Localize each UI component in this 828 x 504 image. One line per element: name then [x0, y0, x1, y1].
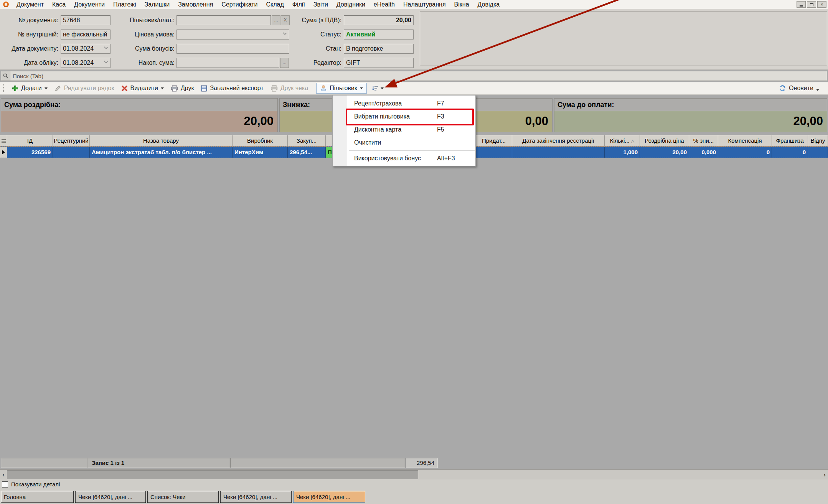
menubar-item-document[interactable]: Документ	[12, 0, 48, 9]
payable-sum-value: 20,00	[554, 111, 827, 132]
menubar-item-reports[interactable]: Звіти	[309, 0, 332, 9]
menu-item-recipe-insurance[interactable]: Рецепт/страхова F7	[333, 97, 475, 110]
col-header-reg-end-date[interactable]: Дата закінчення реєстрації	[512, 135, 605, 147]
menubar-item-kasa[interactable]: Каса	[48, 0, 70, 9]
cell-franchise: 0	[772, 147, 808, 158]
menubar-item-documents[interactable]: Документи	[70, 0, 109, 9]
sort-mode-button[interactable]	[368, 83, 387, 94]
menubar-item-branches[interactable]: Філії	[288, 0, 309, 9]
col-header-prescription[interactable]: Рецептурний	[53, 135, 90, 147]
col-header-manufacturer[interactable]: Виробник	[233, 135, 288, 147]
internal-number-label: № внутрішній:	[0, 30, 58, 40]
menubar-item-warehouse[interactable]: Склад	[262, 0, 288, 9]
menu-item-clear[interactable]: Очистити	[333, 136, 475, 149]
doc-number-label: № документа:	[0, 15, 58, 25]
beneficiary-lookup-button[interactable]: ...	[272, 15, 280, 25]
cell-qty: 1,000	[605, 147, 640, 158]
col-header-franchise[interactable]: Франшиза	[772, 135, 808, 147]
doc-date-field[interactable]: 01.08.2024	[61, 44, 111, 54]
tab-label: Головна	[4, 494, 26, 500]
tab-cheques-1[interactable]: Чеки [64620], дані ...	[75, 491, 146, 503]
internal-number-field[interactable]: не фискальный	[61, 30, 111, 40]
chevron-down-icon	[360, 87, 363, 89]
col-header-validity[interactable]: Придат...	[476, 135, 512, 147]
col-header-compensation[interactable]: Компенсація	[718, 135, 772, 147]
col-header-discount-pct[interactable]: % зни...	[689, 135, 718, 147]
show-details-checkbox[interactable]	[2, 481, 8, 488]
tab-label: Список: Чеки	[150, 494, 186, 500]
menubar-item-ehealth[interactable]: eHealth	[369, 0, 399, 9]
export-button-label: Загальний експорт	[210, 85, 263, 92]
row-indicator-header[interactable]	[0, 135, 7, 147]
scroll-right-arrow[interactable]: ›	[821, 470, 828, 479]
print-receipt-button[interactable]: Друк чека	[267, 83, 312, 94]
edit-row-button-label: Редагувати рядок	[64, 85, 114, 92]
cell-compensation: 0	[718, 147, 772, 158]
document-header-form: № документа: 57648 Пільговик/плат.: ... …	[0, 9, 828, 70]
export-button[interactable]: Загальний експорт	[197, 83, 267, 94]
purchase-sum-total: 296,54	[406, 458, 438, 468]
menubar-item-directories[interactable]: Довідники	[332, 0, 369, 9]
tab-cheques-2[interactable]: Чеки [64620], дані ...	[220, 491, 292, 503]
tab-main[interactable]: Головна	[1, 491, 74, 503]
account-date-field[interactable]: 01.08.2024	[61, 58, 111, 68]
menubar-item-orders[interactable]: Замовлення	[174, 0, 217, 9]
doc-number-field[interactable]: 57648	[61, 15, 111, 25]
beneficiary-button-label: Пільговик	[330, 85, 357, 92]
scrollbar-thumb[interactable]	[7, 470, 418, 479]
menubar-item-help[interactable]: Довідка	[473, 0, 504, 9]
window-tabs: Головна Чеки [64620], дані ... Список: Ч…	[0, 491, 828, 503]
menu-item-use-bonus[interactable]: Використовувати бонус Alt+F3	[333, 152, 475, 165]
menubar-item-windows[interactable]: Вікна	[450, 0, 473, 9]
beneficiary-button[interactable]: Пільговик	[316, 83, 367, 94]
menu-item-shortcut: Alt+F3	[437, 155, 455, 162]
menubar-item-settings[interactable]: Налаштування	[399, 0, 450, 9]
horizontal-scrollbar[interactable]: ‹ ›	[0, 469, 828, 479]
doc-date-label: Дата документу:	[0, 44, 58, 54]
search-input[interactable]	[10, 71, 827, 81]
col-header-dispensed[interactable]: Відпу	[808, 135, 828, 147]
print-button[interactable]: Друк	[167, 83, 198, 94]
add-button[interactable]: Додати	[8, 83, 51, 94]
col-header-qty-label: Кількі...	[610, 135, 630, 146]
chevron-down-icon	[381, 87, 384, 89]
col-header-purchase[interactable]: Закуп...	[288, 135, 326, 147]
price-condition-select[interactable]	[176, 30, 289, 40]
cell-manufacturer: ИнтерХим	[233, 147, 288, 158]
state-field: В подготовке	[344, 44, 414, 54]
col-header-product[interactable]: Назва товару	[90, 135, 233, 147]
refresh-button[interactable]: Оновити	[775, 83, 823, 94]
col-header-id[interactable]: ІД	[7, 135, 53, 147]
col-header-retail-price[interactable]: Роздрібна ціна	[640, 135, 689, 147]
beneficiary-payer-label: Пільговик/плат.:	[111, 15, 175, 25]
menu-item-label: Дисконтна карта	[354, 126, 401, 133]
menubar-item-stock[interactable]: Залишки	[140, 0, 174, 9]
accumulated-sum-field[interactable]	[176, 58, 279, 68]
delete-button[interactable]: Видалити	[118, 83, 167, 94]
cell-id: 226569	[7, 147, 53, 158]
sum-vat-label: Сума (з ПДВ):	[280, 15, 341, 25]
tab-label: Чеки [64620], дані ...	[223, 494, 277, 500]
menu-separator	[349, 150, 475, 151]
col-header-qty[interactable]: Кількі... △	[605, 135, 640, 147]
sort-asc-icon: △	[631, 139, 634, 143]
menu-item-label: Використовувати бонус	[354, 155, 421, 162]
cell-purchase: 296,54...	[288, 147, 326, 158]
close-button[interactable]: ×	[817, 1, 826, 8]
minimize-button[interactable]	[797, 1, 806, 8]
menubar-item-payments[interactable]: Платежі	[109, 0, 140, 9]
menubar: Документ Каса Документи Платежі Залишки …	[0, 0, 828, 9]
edit-row-button[interactable]: Редагувати рядок	[51, 83, 118, 94]
export-floppy-icon	[201, 85, 207, 92]
bonus-sum-field[interactable]	[176, 44, 289, 54]
tab-cheques-active[interactable]: Чеки [64620], дані ...	[293, 491, 365, 503]
menubar-item-certificates[interactable]: Сертифікати	[217, 0, 262, 9]
toolbar-grip-handle[interactable]	[3, 84, 5, 92]
bonus-sum-label: Сума бонусів:	[111, 44, 175, 54]
restore-button[interactable]	[807, 1, 816, 8]
scroll-left-arrow[interactable]: ‹	[0, 470, 7, 479]
tab-cheques-list[interactable]: Список: Чеки	[147, 491, 219, 503]
price-condition-label: Цінова умова:	[111, 30, 175, 40]
menu-item-shortcut: F7	[437, 100, 444, 107]
beneficiary-payer-field[interactable]	[176, 15, 271, 25]
